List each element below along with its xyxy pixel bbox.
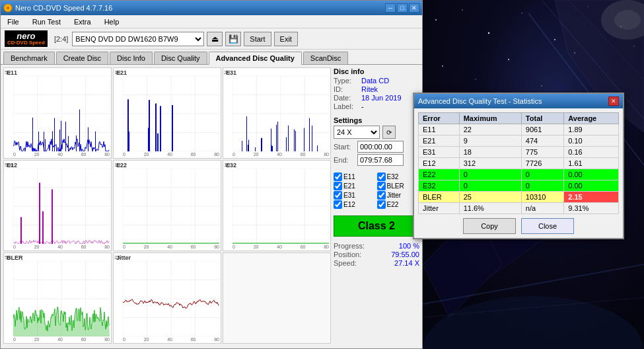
title-bar: Nero CD-DVD Speed 4.7.7.16 ─ □ ✕	[1, 1, 422, 15]
start-button[interactable]: Start	[244, 32, 271, 46]
stats-row-bler: BLER 25 10310 2.15	[419, 192, 619, 203]
chart-e32-xaxis: 020406080	[233, 245, 329, 249]
stats-row-e12: E12 312 7726 1.61	[419, 158, 619, 169]
position-row: Position: 79:55.00	[334, 251, 419, 258]
drive-label: [2:4]	[54, 35, 68, 43]
chart-e12-xaxis: 020406080	[13, 245, 110, 249]
chart-e22: E22 10 020406080	[113, 160, 221, 251]
class-box: Class 2	[334, 215, 419, 237]
speed-set-button[interactable]: ⟳	[382, 126, 396, 139]
stats-table: Error Maximum Total Average E11 22 9061 …	[418, 112, 619, 214]
chart-jitter: Jitter 20 020406080	[113, 252, 221, 344]
check-bler-input[interactable]	[377, 182, 386, 190]
end-time-input[interactable]	[357, 154, 404, 166]
chart-e32: E32 10 020406080	[223, 160, 331, 251]
row-e22-error: E22	[419, 169, 460, 180]
col-maximum: Maximum	[459, 113, 521, 124]
toolbar: nero CD·DVD Speed [2:4] BENQ DVD DD DW16…	[1, 28, 422, 50]
svg-point-1	[7, 7, 9, 9]
save-button[interactable]: 💾	[225, 32, 241, 46]
exit-button[interactable]: Exit	[274, 32, 298, 46]
row-e11-max: 22	[459, 124, 521, 136]
start-time-input[interactable]	[357, 141, 404, 153]
eject-button[interactable]: ⏏	[207, 32, 223, 46]
end-time-row: End:	[334, 154, 419, 166]
check-e12-input[interactable]	[334, 200, 342, 209]
svg-point-10	[442, 65, 443, 67]
svg-point-13	[541, 85, 542, 87]
stats-header-row: Error Maximum Total Average	[419, 113, 619, 124]
check-e32-label: E32	[387, 173, 399, 180]
row-bler-error: BLER	[419, 192, 460, 203]
check-e21-input[interactable]	[334, 182, 342, 190]
row-e21-max: 9	[459, 136, 521, 147]
minimize-button[interactable]: ─	[385, 3, 396, 13]
check-e21-label: E21	[343, 182, 355, 190]
check-e11-label: E11	[343, 173, 355, 180]
menu-file[interactable]: File	[3, 17, 23, 27]
chart-e21-xaxis: 020406080	[123, 152, 219, 157]
stats-row-e31: E31 18 775 0.16	[419, 147, 619, 158]
maximize-button[interactable]: □	[397, 3, 408, 13]
chart-e11-label: E11	[7, 69, 17, 76]
svg-point-19	[614, 10, 641, 30]
drive-select[interactable]: BENQ DVD DD DW1620 B7W9	[72, 32, 204, 46]
menu-bar: File Run Test Extra Help	[1, 15, 422, 28]
chart-e11: E11 50 020406080	[3, 67, 112, 159]
tab-create-disc[interactable]: Create Disc	[56, 52, 108, 64]
disc-info-id-key: ID:	[334, 85, 359, 93]
nero-logo: nero CD·DVD Speed	[5, 30, 48, 47]
row-e11-avg: 1.89	[564, 124, 619, 136]
progress-val: 100 %	[399, 242, 419, 250]
speed-row-prog: Speed: 27.14 X	[334, 259, 419, 267]
tab-disc-quality[interactable]: Disc Quality	[154, 52, 207, 64]
row-bler-total: 10310	[521, 192, 563, 203]
stats-row-e32: E32 0 0 0.00	[419, 180, 619, 192]
row-e31-avg: 0.16	[564, 147, 619, 158]
disc-info-date-key: Date:	[334, 94, 359, 102]
check-e21[interactable]: E21	[334, 182, 376, 190]
svg-point-7	[554, 39, 555, 40]
disc-info-label-key: Label:	[334, 102, 359, 110]
chart-e12-canvas	[13, 169, 110, 244]
chart-e31: E31 20 020406080	[223, 67, 331, 159]
modal-close-icon[interactable]: ✕	[608, 97, 619, 106]
chart-empty	[223, 252, 331, 344]
check-e31-input[interactable]	[334, 191, 342, 200]
col-error: Error	[419, 113, 460, 124]
window-title: Nero CD-DVD Speed 4.7.7.16	[15, 4, 112, 12]
check-e12[interactable]: E12	[334, 200, 376, 209]
menu-help[interactable]: Help	[100, 17, 124, 27]
check-e32-input[interactable]	[377, 173, 386, 181]
tab-scan-disc[interactable]: ScanDisc	[303, 52, 348, 64]
disc-info-label-val: -	[361, 102, 364, 110]
copy-button[interactable]: Copy	[463, 218, 516, 234]
check-e31-label: E31	[343, 192, 355, 199]
row-e31-error: E31	[419, 147, 460, 158]
tab-disc-info[interactable]: Disc Info	[110, 52, 153, 64]
tab-advanced-disc-quality[interactable]: Advanced Disc Quality	[209, 52, 302, 65]
stats-row-jitter: Jitter 11.6% n/a 9.31%	[419, 203, 619, 214]
disc-info-id-row: ID: Ritek	[334, 85, 419, 93]
speed-select[interactable]: 24 X	[334, 126, 380, 139]
progress-key: Progress:	[334, 242, 365, 250]
svg-point-5	[488, 32, 489, 34]
check-e11-input[interactable]	[334, 173, 342, 181]
check-e11[interactable]: E11	[334, 173, 376, 181]
close-button[interactable]: ✕	[409, 3, 419, 13]
modal-title-bar: Advanced Disc Quality Test - Statistics …	[414, 94, 623, 108]
check-e31[interactable]: E31	[334, 191, 376, 200]
menu-run-test[interactable]: Run Test	[28, 17, 65, 27]
tab-benchmark[interactable]: Benchmark	[3, 52, 55, 64]
menu-extra[interactable]: Extra	[70, 17, 95, 27]
row-jitter-total: n/a	[521, 203, 563, 214]
check-jitter-input[interactable]	[377, 191, 386, 200]
close-stats-button[interactable]: Close	[521, 218, 574, 234]
check-e22-label: E22	[387, 201, 399, 208]
check-e22-input[interactable]	[377, 200, 386, 209]
row-e31-total: 775	[521, 147, 563, 158]
row-e22-total: 0	[521, 169, 563, 180]
row-e12-total: 7726	[521, 158, 563, 169]
row-e32-error: E32	[419, 180, 460, 192]
svg-point-4	[462, 9, 463, 11]
